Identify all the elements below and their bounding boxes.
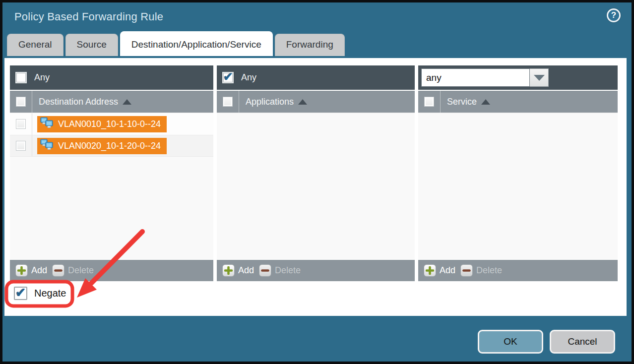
add-button[interactable]: Add bbox=[424, 264, 455, 277]
table-row[interactable]: VLAN0020_10-1-20-0--24 bbox=[10, 135, 213, 157]
service-list bbox=[418, 113, 618, 259]
address-object-label: VLAN0020_10-1-20-0--24 bbox=[58, 141, 161, 151]
tab-source[interactable]: Source bbox=[65, 34, 118, 56]
add-plus-icon bbox=[222, 264, 235, 277]
applications-footer-bar: Add Delete bbox=[217, 259, 415, 281]
applications-column-header-label[interactable]: Applications bbox=[246, 97, 294, 107]
tab-content-panel: Any Destination Address bbox=[4, 58, 627, 316]
address-object-tag[interactable]: VLAN0010_10-1-10-0--24 bbox=[37, 116, 167, 132]
negate-row: ✔ Negate bbox=[14, 287, 66, 300]
tab-bar: General Source Destination/Application/S… bbox=[2, 31, 632, 56]
negate-checkbox[interactable]: ✔ bbox=[14, 287, 27, 300]
add-button[interactable]: Add bbox=[222, 264, 254, 277]
add-button[interactable]: Add bbox=[15, 264, 47, 277]
service-footer-bar: Add Delete bbox=[418, 259, 618, 281]
destination-any-checkbox[interactable] bbox=[15, 72, 27, 83]
delete-button[interactable]: Delete bbox=[52, 264, 94, 277]
cancel-button[interactable]: Cancel bbox=[550, 330, 615, 354]
chevron-down-icon bbox=[534, 75, 545, 81]
dialog-titlebar: Policy Based Forwarding Rule bbox=[2, 2, 632, 31]
delete-button[interactable]: Delete bbox=[460, 264, 502, 277]
service-column-header: Service bbox=[418, 90, 618, 113]
checkmark-icon: ✔ bbox=[15, 286, 26, 299]
dialog-title: Policy Based Forwarding Rule bbox=[14, 10, 163, 23]
destination-column-header: Destination Address bbox=[10, 90, 213, 113]
sort-ascending-icon bbox=[481, 99, 490, 105]
delete-minus-icon bbox=[52, 264, 64, 277]
delete-button-label: Delete bbox=[275, 265, 301, 276]
delete-minus-icon bbox=[259, 264, 271, 277]
delete-button-label: Delete bbox=[476, 265, 502, 276]
service-column-header-label[interactable]: Service bbox=[447, 97, 477, 107]
applications-select-all-checkbox[interactable] bbox=[223, 97, 233, 107]
sort-ascending-icon bbox=[298, 99, 307, 105]
add-plus-icon bbox=[424, 264, 436, 277]
delete-button-label: Delete bbox=[68, 265, 94, 276]
add-button-label: Add bbox=[440, 265, 455, 276]
row-checkbox[interactable] bbox=[16, 141, 26, 151]
network-icon bbox=[40, 117, 54, 131]
sort-ascending-icon bbox=[123, 99, 131, 105]
policy-based-forwarding-rule-dialog: Policy Based Forwarding Rule ? General S… bbox=[0, 0, 634, 364]
service-dropdown-value[interactable]: any bbox=[421, 68, 530, 87]
delete-button[interactable]: Delete bbox=[259, 264, 301, 277]
negate-label: Negate bbox=[34, 288, 66, 299]
add-button-label: Add bbox=[31, 265, 47, 276]
service-dropdown-bar: any bbox=[418, 65, 618, 90]
ok-button[interactable]: OK bbox=[478, 330, 543, 354]
network-icon bbox=[40, 139, 54, 153]
destination-select-all-checkbox[interactable] bbox=[16, 97, 26, 107]
dropdown-button[interactable] bbox=[530, 68, 549, 87]
delete-minus-icon bbox=[460, 264, 473, 277]
address-object-tag[interactable]: VLAN0020_10-1-20-0--24 bbox=[37, 138, 167, 154]
destination-column-header-label[interactable]: Destination Address bbox=[39, 97, 118, 107]
applications-any-label: Any bbox=[241, 72, 256, 83]
row-checkbox[interactable] bbox=[16, 119, 26, 129]
service-select-all-checkbox[interactable] bbox=[424, 97, 434, 107]
service-dropdown[interactable]: any bbox=[421, 68, 549, 87]
tab-destination-application-service[interactable]: Destination/Application/Service bbox=[120, 31, 273, 56]
add-plus-icon bbox=[15, 264, 28, 277]
service-column: any Service bbox=[418, 65, 618, 281]
destination-any-bar: Any bbox=[10, 65, 213, 90]
checkmark-icon: ✔ bbox=[223, 71, 233, 83]
destination-footer-bar: Add Delete bbox=[10, 259, 213, 281]
destination-address-list: VLAN0010_10-1-10-0--24 bbox=[10, 113, 213, 259]
tab-forwarding[interactable]: Forwarding bbox=[275, 34, 345, 56]
applications-column: ✔ Any Applications bbox=[217, 65, 415, 281]
address-object-label: VLAN0010_10-1-10-0--24 bbox=[58, 119, 161, 129]
table-row[interactable]: VLAN0010_10-1-10-0--24 bbox=[10, 113, 213, 135]
applications-any-checkbox[interactable]: ✔ bbox=[222, 72, 234, 83]
applications-any-bar: ✔ Any bbox=[217, 65, 415, 90]
help-icon[interactable]: ? bbox=[607, 8, 621, 22]
add-button-label: Add bbox=[238, 265, 254, 276]
destination-any-label: Any bbox=[34, 72, 50, 83]
applications-list bbox=[217, 113, 415, 259]
applications-column-header: Applications bbox=[217, 90, 415, 113]
columns-container: Any Destination Address bbox=[10, 65, 618, 281]
destination-address-column: Any Destination Address bbox=[10, 65, 213, 281]
tab-general[interactable]: General bbox=[7, 34, 63, 56]
